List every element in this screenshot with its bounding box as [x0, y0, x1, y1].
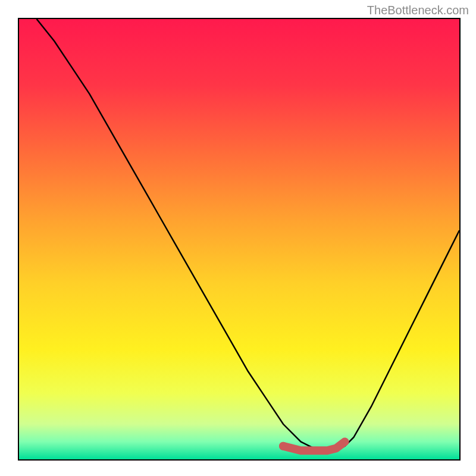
plot-area: [18, 18, 461, 461]
chart-container: TheBottleneck.com: [0, 0, 476, 476]
attribution-text: TheBottleneck.com: [367, 4, 469, 17]
optimal-range-highlight: [19, 19, 459, 459]
svg-point-1: [279, 442, 287, 450]
